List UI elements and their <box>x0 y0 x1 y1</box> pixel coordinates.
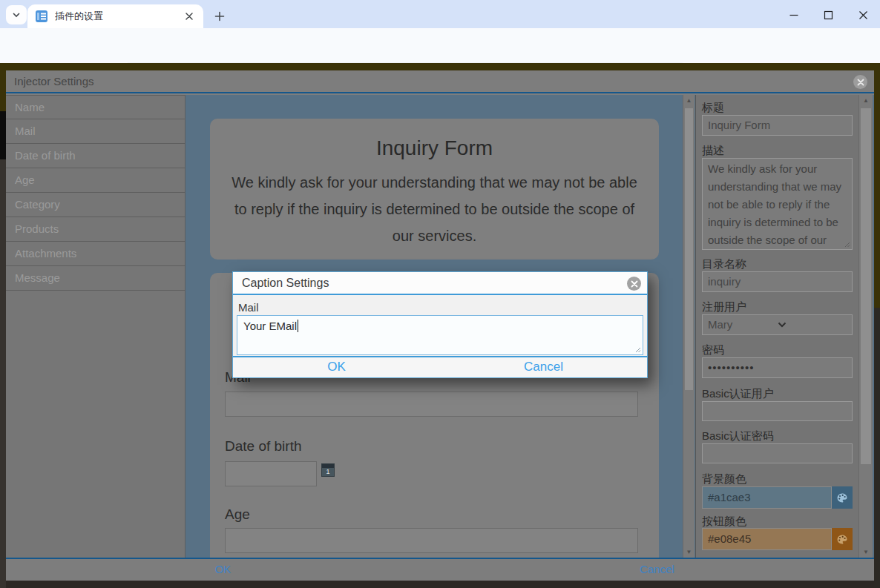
caption-settings-modal: Caption Settings Mail Your EMail OK Canc… <box>232 271 648 378</box>
description-label: 描述 <box>702 144 724 158</box>
scroll-up-icon[interactable]: ▲ <box>683 97 695 104</box>
page-backdrop-right <box>874 70 880 308</box>
preview-scrollbar[interactable]: ▲ ▼ <box>683 95 695 558</box>
resize-grip-icon[interactable] <box>844 241 850 248</box>
dialog-header: Injector Settings <box>6 70 874 93</box>
modal-cancel-button[interactable]: Cancel <box>440 357 647 377</box>
field-item-date-of-birth[interactable]: Date of birth <box>6 144 185 168</box>
dialog-title: Injector Settings <box>14 75 94 87</box>
text-cursor <box>298 320 298 332</box>
modal-ok-button[interactable]: OK <box>233 357 440 377</box>
field-list-sidebar: Name Mail Date of birth Age Category Pro… <box>6 95 185 558</box>
scrollbar-thumb[interactable] <box>685 108 693 390</box>
basic-auth-password-label: Basic认证密码 <box>702 429 774 443</box>
page-backdrop-right-lower <box>874 308 880 588</box>
registered-user-select[interactable]: Mary <box>702 314 853 335</box>
directory-input[interactable]: inquiry <box>702 271 853 292</box>
field-item-category[interactable]: Category <box>6 193 185 217</box>
scroll-down-icon[interactable]: ▼ <box>859 549 873 555</box>
preview-dob-label: Date of birth <box>225 438 302 455</box>
basic-auth-password-input[interactable] <box>702 443 853 463</box>
screen: 插件的设置 <box>0 0 880 588</box>
preview-mail-input[interactable] <box>225 392 638 417</box>
dialog-ok-button[interactable]: OK <box>6 559 440 581</box>
selected-user: Mary <box>708 315 778 334</box>
preview-age-label: Age <box>225 506 250 523</box>
button-color-picker-button[interactable] <box>832 528 853 550</box>
field-item-attachments[interactable]: Attachments <box>6 242 185 266</box>
button-color-input[interactable]: #e08e45 <box>702 528 832 550</box>
browser-toolbar: pandafirm.cybozu.com/k/admin/app/2494/pl… <box>0 28 880 63</box>
button-color-label: 按钮颜色 <box>702 515 746 529</box>
page-backdrop-top <box>0 63 880 70</box>
title-input[interactable]: Inquiry Form <box>702 115 853 136</box>
scrollbar-thumb[interactable] <box>861 108 871 464</box>
background-color-row: #a1cae3 <box>702 486 853 509</box>
basic-auth-user-input[interactable] <box>702 401 853 421</box>
chevron-down-icon <box>11 10 22 20</box>
browser-tab[interactable]: 插件的设置 <box>27 4 203 28</box>
preview-age-input[interactable] <box>225 528 638 553</box>
background-color-label: 背景颜色 <box>702 472 746 486</box>
page-backdrop-bottom <box>6 581 874 588</box>
field-item-age[interactable]: Age <box>6 168 185 193</box>
window-close-button[interactable] <box>852 6 874 24</box>
tab-search-button[interactable] <box>6 5 27 24</box>
tab-close-icon[interactable] <box>183 10 196 23</box>
button-color-row: #e08e45 <box>702 528 853 550</box>
select-chevron-icon <box>778 322 847 328</box>
background-color-input[interactable]: #a1cae3 <box>702 486 832 509</box>
dialog-close-icon[interactable] <box>853 75 867 89</box>
field-item-message[interactable]: Message <box>6 266 185 291</box>
window-maximize-button[interactable] <box>817 6 839 24</box>
modal-header: Caption Settings <box>233 272 647 295</box>
field-item-name[interactable]: Name <box>6 95 185 119</box>
settings-scrollbar[interactable]: ▲ ▼ <box>858 95 873 558</box>
field-item-products[interactable]: Products <box>6 217 185 242</box>
preview-form-description: We kindly ask for your understanding tha… <box>227 169 643 249</box>
preview-form-title: Inquiry Form <box>210 136 659 160</box>
password-input[interactable]: •••••••••• <box>702 357 853 378</box>
background-color-picker-button[interactable] <box>832 486 853 509</box>
title-label: 标题 <box>702 101 724 115</box>
modal-footer: OK Cancel <box>233 356 647 377</box>
page-backdrop-left-black <box>0 111 6 159</box>
field-item-mail[interactable]: Mail <box>6 119 185 144</box>
form-preview-hero-card: Inquiry Form We kindly ask for your unde… <box>210 119 659 260</box>
browser-tab-strip: 插件的设置 <box>0 0 880 28</box>
window-minimize-button[interactable] <box>783 6 805 24</box>
caption-field-label: Mail <box>238 301 259 314</box>
scroll-up-icon[interactable]: ▲ <box>859 97 873 104</box>
basic-auth-user-label: Basic认证用户 <box>702 387 774 401</box>
dialog-cancel-button[interactable]: Cancel <box>440 559 874 581</box>
calendar-icon[interactable]: 1 <box>321 463 335 477</box>
calendar-icon-day: 1 <box>322 468 334 476</box>
registered-user-label: 注册用户 <box>702 300 746 314</box>
page-backdrop-left-olive <box>0 70 6 111</box>
scroll-down-icon[interactable]: ▼ <box>683 549 695 555</box>
preview-dob-input[interactable] <box>225 461 317 486</box>
dialog-footer: OK Cancel <box>6 558 874 581</box>
modal-title: Caption Settings <box>242 277 329 290</box>
modal-close-icon[interactable] <box>627 277 641 291</box>
resize-grip-icon[interactable] <box>634 346 641 353</box>
directory-label: 目录名称 <box>702 257 746 271</box>
description-textarea[interactable]: We kindly ask for your understanding tha… <box>702 158 853 250</box>
description-text: We kindly ask for your understanding tha… <box>708 162 841 246</box>
caption-text: Your EMail <box>243 320 297 332</box>
tab-title: 插件的设置 <box>55 10 183 23</box>
new-tab-button[interactable] <box>210 7 229 26</box>
caption-textarea[interactable]: Your EMail <box>237 315 643 355</box>
plugin-settings-panel: 标题 Inquiry Form 描述 We kindly ask for you… <box>695 95 858 558</box>
page-backdrop-left-gray <box>0 159 6 588</box>
password-label: 密码 <box>702 343 724 357</box>
tab-favicon-icon <box>35 10 48 23</box>
